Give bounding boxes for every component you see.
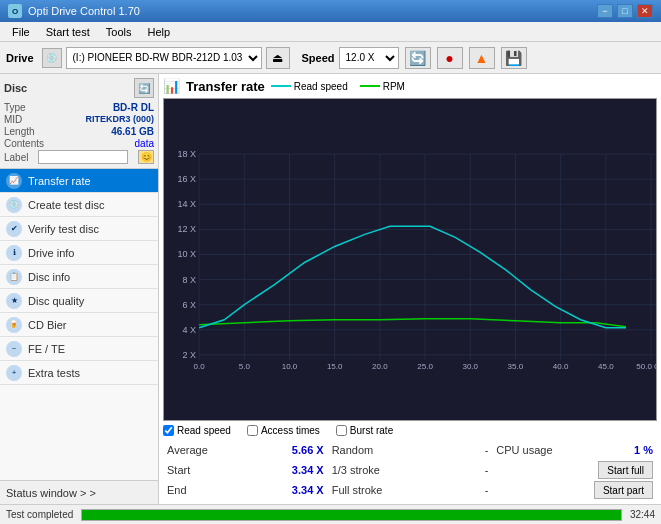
full-stroke-label: Full stroke xyxy=(332,484,383,496)
svg-text:2 X: 2 X xyxy=(183,350,197,360)
drive-select[interactable]: (I:) PIONEER BD-RW BDR-212D 1.03 xyxy=(66,47,262,69)
info-button[interactable]: ▲ xyxy=(469,47,495,69)
svg-text:10 X: 10 X xyxy=(178,249,197,259)
cpu-row: CPU usage 1 % xyxy=(492,440,657,460)
read-speed-checkbox[interactable] xyxy=(163,425,174,436)
start-full-button[interactable]: Start full xyxy=(598,461,653,479)
menu-tools[interactable]: Tools xyxy=(98,24,140,40)
chart-title: Transfer rate xyxy=(186,79,265,94)
svg-text:15.0: 15.0 xyxy=(327,362,343,371)
type-label: Type xyxy=(4,102,26,113)
status-window-label: Status window > > xyxy=(6,487,96,499)
nav-create-test-disc-label: Create test disc xyxy=(28,199,104,211)
nav-drive-info-label: Drive info xyxy=(28,247,74,259)
svg-text:5.0: 5.0 xyxy=(239,362,251,371)
nav-transfer-rate[interactable]: 📈 Transfer rate xyxy=(0,169,158,193)
disc-quality-icon: ★ xyxy=(6,293,22,309)
full-stroke-row: Full stroke - xyxy=(328,480,493,500)
svg-text:20.0: 20.0 xyxy=(372,362,388,371)
stroke1-value: - xyxy=(485,464,489,476)
read-speed-legend-label: Read speed xyxy=(294,81,348,92)
status-bar: Test completed 32:44 xyxy=(0,504,661,524)
chart-controls: Read speed Access times Burst rate xyxy=(163,425,657,436)
stats-area: Average 5.66 X Start 3.34 X End 3.34 X R… xyxy=(163,440,657,500)
length-label: Length xyxy=(4,126,35,137)
drive-icon: 💿 xyxy=(42,48,62,68)
random-label: Random xyxy=(332,444,374,456)
drive-label: Drive xyxy=(6,52,34,64)
nav-verify-test-disc[interactable]: ✔ Verify test disc xyxy=(0,217,158,241)
start-row: Start 3.34 X xyxy=(163,460,328,480)
rpm-legend-label: RPM xyxy=(383,81,405,92)
random-value: - xyxy=(485,444,489,456)
nav-disc-info-label: Disc info xyxy=(28,271,70,283)
burst-rate-checkbox-label: Burst rate xyxy=(350,425,393,436)
end-row: End 3.34 X xyxy=(163,480,328,500)
contents-value[interactable]: data xyxy=(135,138,154,149)
svg-text:0.0: 0.0 xyxy=(194,362,206,371)
disc-refresh-button[interactable]: 🔄 xyxy=(134,78,154,98)
label-input[interactable] xyxy=(38,150,128,164)
eject-button[interactable]: ⏏ xyxy=(266,47,290,69)
rpm-legend-color xyxy=(360,85,380,87)
nav-extra-tests[interactable]: + Extra tests xyxy=(0,361,158,385)
burst-rate-checkbox-container[interactable]: Burst rate xyxy=(336,425,393,436)
start-full-row: Start full xyxy=(492,460,657,480)
burst-rate-checkbox[interactable] xyxy=(336,425,347,436)
refresh-button[interactable]: 🔄 xyxy=(405,47,431,69)
svg-rect-0 xyxy=(164,144,656,375)
start-part-button[interactable]: Start part xyxy=(594,481,653,499)
disc-info-icon: 📋 xyxy=(6,269,22,285)
speed-select[interactable]: 12.0 X 4.0 X 8.0 X 16.0 X xyxy=(339,47,399,69)
transfer-rate-icon: 📈 xyxy=(6,173,22,189)
label-label: Label xyxy=(4,152,28,163)
read-speed-checkbox-label: Read speed xyxy=(177,425,231,436)
menu-start-test[interactable]: Start test xyxy=(38,24,98,40)
svg-text:25.0: 25.0 xyxy=(417,362,433,371)
label-icon[interactable]: 😊 xyxy=(138,150,154,164)
nav-disc-quality[interactable]: ★ Disc quality xyxy=(0,289,158,313)
svg-text:30.0: 30.0 xyxy=(462,362,478,371)
maximize-button[interactable]: □ xyxy=(617,4,633,18)
cpu-value: 1 % xyxy=(634,444,653,456)
menu-file[interactable]: File xyxy=(4,24,38,40)
svg-text:45.0: 45.0 xyxy=(598,362,614,371)
access-times-checkbox[interactable] xyxy=(247,425,258,436)
end-value: 3.34 X xyxy=(292,484,324,496)
average-value: 5.66 X xyxy=(292,444,324,456)
extra-tests-icon: + xyxy=(6,365,22,381)
nav-create-test-disc[interactable]: 💿 Create test disc xyxy=(0,193,158,217)
nav-transfer-rate-label: Transfer rate xyxy=(28,175,91,187)
app-title: Opti Drive Control 1.70 xyxy=(28,5,140,17)
disc-button[interactable]: ● xyxy=(437,47,463,69)
chart-area: 📊 Transfer rate Read speed RPM xyxy=(159,74,661,504)
stroke1-label: 1/3 stroke xyxy=(332,464,380,476)
sidebar: Disc 🔄 Type BD-R DL MID RITEKDR3 (000) L… xyxy=(0,74,159,504)
status-window-button[interactable]: Status window > > xyxy=(0,480,158,504)
access-times-checkbox-container[interactable]: Access times xyxy=(247,425,320,436)
nav-cd-bier[interactable]: 🍺 CD Bier xyxy=(0,313,158,337)
nav-fe-te-label: FE / TE xyxy=(28,343,65,355)
nav-disc-info[interactable]: 📋 Disc info xyxy=(0,265,158,289)
progress-bar-fill xyxy=(82,510,621,520)
contents-label: Contents xyxy=(4,138,44,149)
access-times-checkbox-label: Access times xyxy=(261,425,320,436)
nav-extra-tests-label: Extra tests xyxy=(28,367,80,379)
start-label: Start xyxy=(167,464,190,476)
average-label: Average xyxy=(167,444,208,456)
chart-legend: Read speed RPM xyxy=(271,81,405,92)
svg-text:35.0: 35.0 xyxy=(508,362,524,371)
nav-drive-info[interactable]: ℹ Drive info xyxy=(0,241,158,265)
minimize-button[interactable]: − xyxy=(597,4,613,18)
stroke1-row: 1/3 stroke - xyxy=(328,460,493,480)
svg-text:18 X: 18 X xyxy=(178,149,197,159)
close-button[interactable]: ✕ xyxy=(637,4,653,18)
read-speed-checkbox-container[interactable]: Read speed xyxy=(163,425,231,436)
save-button[interactable]: 💾 xyxy=(501,47,527,69)
chart-container: 18 X 16 X 14 X 12 X 10 X 8 X 6 X 4 X 2 X… xyxy=(163,98,657,421)
svg-text:12 X: 12 X xyxy=(178,224,197,234)
start-part-row: Start part xyxy=(492,480,657,500)
nav-fe-te[interactable]: ~ FE / TE xyxy=(0,337,158,361)
menu-help[interactable]: Help xyxy=(139,24,178,40)
nav-cd-bier-label: CD Bier xyxy=(28,319,67,331)
